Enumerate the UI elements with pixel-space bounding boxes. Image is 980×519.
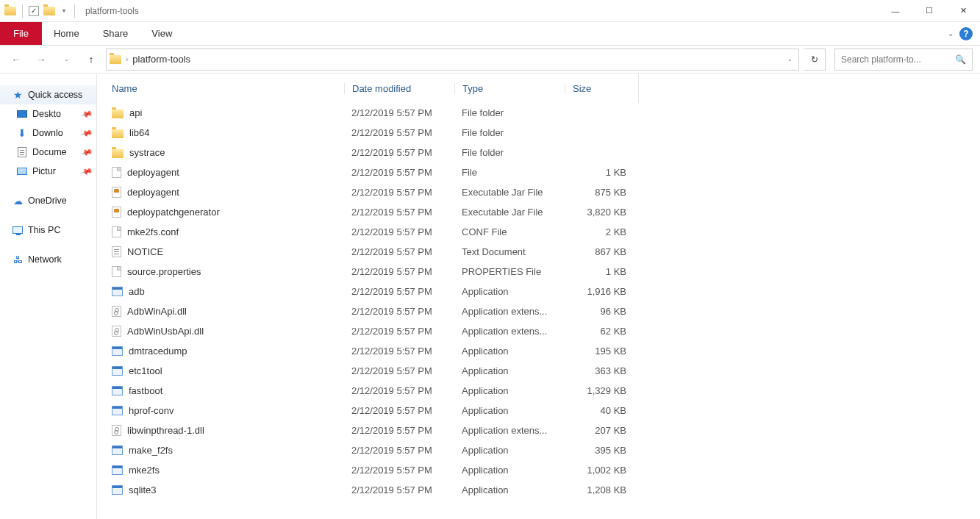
file-size: 1,329 KB xyxy=(565,385,638,396)
address-dropdown[interactable]: ⌄ xyxy=(784,56,795,62)
file-row[interactable]: libwinpthread-1.dll2/12/2019 5:57 PMAppl… xyxy=(109,420,980,440)
column-header-date[interactable]: Date modified xyxy=(344,83,454,94)
file-name: AdbWinUsbApi.dll xyxy=(127,326,204,337)
file-type: CONF File xyxy=(454,226,565,237)
folder-icon xyxy=(112,110,124,118)
file-row[interactable]: AdbWinUsbApi.dll2/12/2019 5:57 PMApplica… xyxy=(109,321,980,341)
file-row[interactable]: dmtracedump2/12/2019 5:57 PMApplication1… xyxy=(109,341,980,361)
file-row[interactable]: deployagent2/12/2019 5:57 PMExecutable J… xyxy=(109,182,980,202)
file-size: 363 KB xyxy=(565,365,638,376)
chevron-right-icon[interactable]: › xyxy=(126,55,128,63)
file-type: Application xyxy=(454,286,565,297)
search-input[interactable]: Search platform-to... 🔍 xyxy=(834,49,973,71)
qat-properties-button[interactable]: ✓ xyxy=(29,6,39,16)
file-name: NOTICE xyxy=(127,246,163,257)
qat-dropdown[interactable]: ▾ xyxy=(60,7,68,14)
file-date: 2/12/2019 5:57 PM xyxy=(344,147,454,158)
column-header-name[interactable]: Name xyxy=(109,83,344,94)
file-date: 2/12/2019 5:57 PM xyxy=(344,385,454,396)
column-header-type[interactable]: Type xyxy=(454,83,565,94)
file-row[interactable]: systrace2/12/2019 5:57 PMFile folder xyxy=(109,143,980,162)
tab-view[interactable]: View xyxy=(140,22,184,45)
sidebar-item-onedrive[interactable]: ☁ OneDrive xyxy=(0,191,96,210)
file-row[interactable]: mke2fs.conf2/12/2019 5:57 PMCONF File2 K… xyxy=(109,222,980,242)
app-icon xyxy=(112,485,123,495)
file-name: make_f2fs xyxy=(129,445,173,456)
column-header-size[interactable]: Size xyxy=(565,83,638,94)
sidebar-item-label: Network xyxy=(28,254,62,265)
file-date: 2/12/2019 5:57 PM xyxy=(344,226,454,237)
tab-share[interactable]: Share xyxy=(91,22,140,45)
navigation-bar: ← → ⌄ ↑ › platform-tools ⌄ ↻ Search plat… xyxy=(0,46,980,74)
pc-icon xyxy=(12,225,24,235)
sidebar-item-label: This PC xyxy=(28,225,60,235)
app-icon xyxy=(112,445,123,455)
file-name: deploypatchgenerator xyxy=(127,207,220,218)
file-row[interactable]: sqlite32/12/2019 5:57 PMApplication1,208… xyxy=(109,480,980,500)
file-row[interactable]: lib642/12/2019 5:57 PMFile folder xyxy=(109,123,980,143)
jar-icon xyxy=(112,187,121,198)
network-icon: 🖧 xyxy=(12,254,24,265)
file-type: Application extens... xyxy=(454,326,565,337)
file-name: AdbWinApi.dll xyxy=(127,306,187,317)
file-row[interactable]: deploypatchgenerator2/12/2019 5:57 PMExe… xyxy=(109,202,980,222)
file-size: 195 KB xyxy=(565,346,638,357)
file-size: 867 KB xyxy=(565,246,638,257)
sidebar-item-network[interactable]: 🖧 Network xyxy=(0,250,96,269)
sidebar-item-pictures[interactable]: Pictur📌 xyxy=(0,162,96,181)
folder-icon xyxy=(4,7,16,15)
minimize-button[interactable]: — xyxy=(879,0,912,22)
file-icon xyxy=(112,266,121,277)
sidebar-item-quick-access[interactable]: ★ Quick access xyxy=(0,85,96,104)
file-row[interactable]: make_f2fs2/12/2019 5:57 PMApplication395… xyxy=(109,440,980,460)
tab-home[interactable]: Home xyxy=(42,22,91,45)
file-row[interactable]: AdbWinApi.dll2/12/2019 5:57 PMApplicatio… xyxy=(109,301,980,321)
file-row[interactable]: deployagent2/12/2019 5:57 PMFile1 KB xyxy=(109,162,980,182)
file-name: deployagent xyxy=(127,167,179,178)
address-bar[interactable]: › platform-tools ⌄ xyxy=(106,49,799,71)
file-icon xyxy=(112,226,121,237)
breadcrumb[interactable]: platform-tools xyxy=(132,54,190,65)
folder-icon xyxy=(112,129,124,138)
file-row[interactable]: adb2/12/2019 5:57 PMApplication1,916 KB xyxy=(109,282,980,301)
document-icon xyxy=(16,147,28,157)
desktop-icon xyxy=(16,109,28,119)
back-button[interactable]: ← xyxy=(6,49,26,70)
refresh-button[interactable]: ↻ xyxy=(804,49,826,71)
file-row[interactable]: source.properties2/12/2019 5:57 PMPROPER… xyxy=(109,262,980,282)
file-type: File folder xyxy=(454,107,565,118)
close-button[interactable]: ✕ xyxy=(946,0,980,22)
download-icon: ⬇ xyxy=(16,128,28,138)
sidebar-item-label: Docume xyxy=(32,147,67,157)
sidebar-item-this-pc[interactable]: This PC xyxy=(0,221,96,240)
sidebar-item-desktop[interactable]: Deskto📌 xyxy=(0,104,96,124)
file-size: 3,820 KB xyxy=(565,207,638,218)
sidebar-item-label: Deskto xyxy=(32,109,61,119)
file-date: 2/12/2019 5:57 PM xyxy=(344,207,454,218)
file-row[interactable]: etc1tool2/12/2019 5:57 PMApplication363 … xyxy=(109,361,980,381)
file-name: deployagent xyxy=(127,187,179,198)
file-row[interactable]: api2/12/2019 5:57 PMFile folder xyxy=(109,103,980,123)
file-row[interactable]: fastboot2/12/2019 5:57 PMApplication1,32… xyxy=(109,381,980,401)
file-row[interactable]: mke2fs2/12/2019 5:57 PMApplication1,002 … xyxy=(109,460,980,480)
app-icon xyxy=(112,366,123,376)
file-row[interactable]: hprof-conv2/12/2019 5:57 PMApplication40… xyxy=(109,401,980,420)
forward-button[interactable]: → xyxy=(31,49,51,70)
file-type: Application xyxy=(454,484,565,495)
sidebar-item-downloads[interactable]: ⬇Downlo📌 xyxy=(0,124,96,143)
maximize-button[interactable]: ☐ xyxy=(912,0,946,22)
file-row[interactable]: NOTICE2/12/2019 5:57 PMText Document867 … xyxy=(109,242,980,262)
file-tab[interactable]: File xyxy=(0,22,42,45)
file-type: File folder xyxy=(454,147,565,158)
title-bar: ✓ ▾ platform-tools — ☐ ✕ xyxy=(0,0,980,22)
up-button[interactable]: ↑ xyxy=(81,49,101,70)
sidebar-item-documents[interactable]: Docume📌 xyxy=(0,143,96,162)
navigation-pane: ★ Quick access Deskto📌⬇Downlo📌Docume📌Pic… xyxy=(0,74,97,519)
ribbon-expand-icon[interactable]: ⌄ xyxy=(948,29,954,37)
file-icon xyxy=(112,167,121,178)
file-date: 2/12/2019 5:57 PM xyxy=(344,425,454,436)
jar-icon xyxy=(112,207,121,218)
recent-dropdown[interactable]: ⌄ xyxy=(56,49,76,70)
file-size: 395 KB xyxy=(565,445,638,456)
help-button[interactable]: ? xyxy=(959,27,973,40)
